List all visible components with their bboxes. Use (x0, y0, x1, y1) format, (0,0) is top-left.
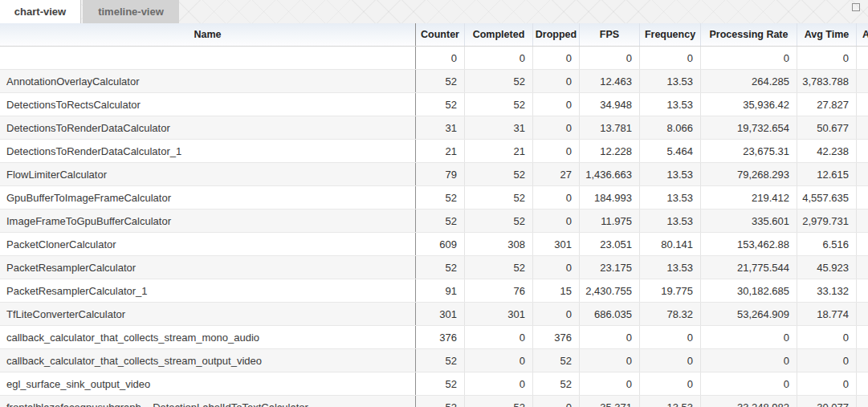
cell-avg-time: 0 (797, 349, 857, 372)
cell-counter: 91 (416, 279, 465, 302)
cell-completed: 308 (465, 233, 533, 255)
cell-avg-time: 0 (797, 47, 857, 69)
row-name-cell: TfLiteConverterCalculator (0, 303, 416, 325)
row-name-cell: ImageFrameToGpuBufferCalculator (0, 210, 416, 232)
table-row: TfLiteConverterCalculator3013010686.0357… (0, 303, 868, 326)
cell-processing-rate: 264.285 (701, 70, 797, 92)
cell-processing-rate: 0 (701, 349, 797, 372)
cell-overflow-column (857, 279, 868, 302)
cell-processing-rate: 219.412 (701, 186, 797, 209)
row-name-cell: callback_calculator_that_collects_stream… (0, 349, 416, 372)
cell-fps: 2,430.755 (580, 279, 640, 302)
cell-completed: 52 (465, 70, 533, 92)
row-name-cell: DetectionsToRectsCalculator (0, 93, 416, 116)
cell-frequency: 0 (640, 349, 701, 372)
cell-overflow-column (857, 372, 868, 395)
cell-overflow-column (857, 186, 868, 209)
stats-panel: chart-view timeline-view NameCounterComp… (0, 0, 868, 407)
cell-dropped: 0 (533, 140, 580, 162)
tab-chart-view[interactable]: chart-view (0, 0, 81, 23)
cell-avg-time: 33.132 (797, 279, 857, 302)
cell-processing-rate: 0 (701, 372, 797, 395)
cell-frequency: 8.066 (640, 116, 701, 139)
tab-timeline-view[interactable]: timeline-view (83, 0, 179, 23)
cell-fps: 0 (580, 349, 640, 372)
cell-counter: 21 (416, 140, 465, 162)
tab-timeline-view-label: timeline-view (98, 6, 164, 18)
cell-counter: 301 (416, 303, 465, 325)
cell-overflow-column (857, 396, 868, 407)
cell-dropped: 0 (533, 47, 580, 69)
cell-counter: 52 (416, 186, 465, 209)
cell-avg-time: 27.827 (797, 93, 857, 116)
cell-counter: 52 (416, 93, 465, 116)
cell-completed: 52 (465, 186, 533, 209)
cell-fps: 184.993 (580, 186, 640, 209)
cell-counter: 609 (416, 233, 465, 255)
column-header-dropped: Dropped (533, 23, 580, 46)
table-row: callback_calculator_that_collects_stream… (0, 326, 868, 349)
table-body: 0000000AnnotationOverlayCalculator525201… (0, 47, 868, 407)
column-header-name: Name (0, 23, 416, 46)
table-row: PacketClonerCalculator60930830123.05180.… (0, 233, 868, 256)
cell-processing-rate: 53,264.909 (701, 303, 797, 325)
cell-completed: 21 (465, 140, 533, 162)
row-name-cell: AnnotationOverlayCalculator (0, 70, 416, 92)
cell-fps: 13.781 (580, 116, 640, 139)
cell-completed: 52 (465, 163, 533, 185)
cell-dropped: 0 (533, 256, 580, 279)
cell-fps: 0 (580, 47, 640, 69)
cell-dropped: 52 (533, 349, 580, 372)
cell-fps: 11.975 (580, 210, 640, 232)
column-header-fps: FPS (580, 23, 640, 46)
maximize-icon[interactable] (852, 3, 860, 11)
cell-frequency: 5.464 (640, 140, 701, 162)
row-name-cell: FlowLimiterCalculator (0, 163, 416, 185)
cell-completed: 0 (465, 349, 533, 372)
cell-frequency: 13.53 (640, 186, 701, 209)
cell-frequency: 80.141 (640, 233, 701, 255)
cell-completed: 301 (465, 303, 533, 325)
cell-dropped: 0 (533, 303, 580, 325)
cell-processing-rate: 19,732.654 (701, 116, 797, 139)
column-header-completed: Completed (465, 23, 533, 46)
cell-counter: 52 (416, 396, 465, 407)
tab-chart-view-label: chart-view (14, 6, 66, 18)
cell-fps: 34.948 (580, 93, 640, 116)
cell-completed: 0 (465, 372, 533, 395)
cell-frequency: 13.53 (640, 163, 701, 185)
cell-counter: 52 (416, 70, 465, 92)
cell-counter: 52 (416, 372, 465, 395)
cell-completed: 52 (465, 210, 533, 232)
cell-fps: 12.228 (580, 140, 640, 162)
cell-dropped: 0 (533, 70, 580, 92)
table-row: egl_surface_sink_output_video520520000 (0, 372, 868, 396)
cell-avg-time: 0 (797, 326, 857, 348)
cell-fps: 12.463 (580, 70, 640, 92)
cell-counter: 376 (416, 326, 465, 348)
row-name-cell: DetectionsToRenderDataCalculator (0, 116, 416, 139)
column-header-a: A (857, 23, 868, 46)
cell-dropped: 15 (533, 279, 580, 302)
row-name-cell: PacketResamplerCalculator_1 (0, 279, 416, 302)
cell-frequency: 13.53 (640, 210, 701, 232)
cell-counter: 52 (416, 349, 465, 372)
table-row: DetectionsToRenderDataCalculator_1212101… (0, 140, 868, 163)
cell-processing-rate: 30,182.685 (701, 279, 797, 302)
table-row: PacketResamplerCalculator5252023.17513.5… (0, 256, 868, 279)
cell-overflow-column (857, 116, 868, 139)
cell-dropped: 0 (533, 210, 580, 232)
cell-overflow-column (857, 93, 868, 116)
column-header-avg-time: Avg Time (797, 23, 857, 46)
cell-frequency: 0 (640, 372, 701, 395)
cell-avg-time: 42.238 (797, 140, 857, 162)
row-name-cell: GpuBufferToImageFrameCalculator (0, 186, 416, 209)
row-name-cell: PacketClonerCalculator (0, 233, 416, 255)
cell-dropped: 0 (533, 186, 580, 209)
cell-counter: 52 (416, 256, 465, 279)
tab-bar: chart-view timeline-view (0, 0, 868, 23)
cell-dropped: 0 (533, 116, 580, 139)
table-header-row: NameCounterCompletedDroppedFPSFrequencyP… (0, 23, 868, 47)
cell-completed: 0 (465, 47, 533, 69)
cell-avg-time: 2,979.731 (797, 210, 857, 232)
